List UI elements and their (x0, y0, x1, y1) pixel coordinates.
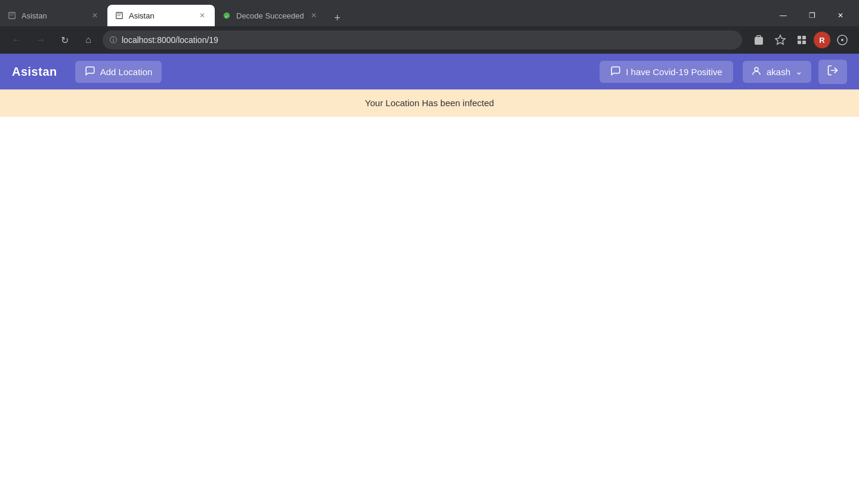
close-button[interactable]: ✕ (827, 5, 854, 26)
toolbar-icons: R (749, 30, 852, 50)
user-icon (751, 66, 762, 78)
logout-button[interactable] (818, 60, 847, 84)
tab3-close[interactable]: ✕ (308, 10, 319, 21)
address-bar: ← → ↻ ⌂ ⓘ localhost:8000/location/19 R (0, 26, 859, 54)
browser-window: Asistan ✕ Asistan ✕ ✓ Decode Succeeded ✕… (0, 0, 859, 504)
covid-chat-icon (610, 66, 621, 78)
extensions-icon[interactable] (749, 30, 768, 50)
minimize-button[interactable]: — (770, 5, 797, 26)
app-navbar: Asistan Add Location I have Covid-19 Pos… (0, 54, 859, 89)
favorites-icon[interactable] (771, 30, 790, 50)
app-body (0, 117, 859, 504)
tab-1[interactable]: Asistan ✕ (0, 5, 107, 26)
svg-rect-9 (798, 36, 801, 39)
user-menu-button[interactable]: akash ⌄ (743, 61, 811, 83)
alert-banner: Your Location Has been infected (0, 89, 859, 117)
url-text: localhost:8000/location/19 (122, 35, 218, 45)
reload-button[interactable]: ↻ (55, 30, 74, 50)
tab-2[interactable]: Asistan ✕ (107, 5, 215, 26)
app-content: Asistan Add Location I have Covid-19 Pos… (0, 54, 859, 504)
app-brand: Asistan (12, 65, 57, 79)
svg-marker-8 (775, 35, 785, 44)
tab2-close[interactable]: ✕ (197, 10, 208, 21)
add-location-label: Add Location (100, 67, 153, 77)
tab-3[interactable]: ✓ Decode Succeeded ✕ (215, 5, 326, 26)
collections-icon[interactable] (792, 30, 811, 50)
maximize-button[interactable]: ❐ (798, 5, 826, 26)
lock-icon: ⓘ (110, 35, 117, 45)
logout-icon (827, 64, 839, 79)
svg-point-13 (841, 39, 843, 41)
covid-button[interactable]: I have Covid-19 Positive (600, 61, 733, 83)
add-tab-button[interactable]: + (329, 10, 345, 26)
svg-text:✓: ✓ (225, 14, 228, 18)
forward-button[interactable]: → (31, 30, 50, 50)
svg-rect-11 (798, 41, 801, 44)
window-controls: — ❐ ✕ (770, 5, 854, 26)
add-location-button[interactable]: Add Location (75, 61, 162, 83)
profile-icon[interactable]: R (814, 32, 830, 48)
tab3-icon: ✓ (222, 11, 231, 20)
svg-point-14 (755, 67, 758, 71)
chevron-down-icon: ⌄ (795, 66, 803, 77)
tab2-icon (115, 11, 124, 20)
svg-rect-12 (802, 41, 806, 44)
settings-icon[interactable] (833, 30, 852, 50)
tab1-icon (7, 11, 17, 20)
user-label: akash (767, 67, 790, 77)
tab3-label: Decode Succeeded (236, 11, 304, 20)
back-button[interactable]: ← (7, 30, 26, 50)
chat-icon (85, 66, 95, 78)
url-bar[interactable]: ⓘ localhost:8000/location/19 (103, 30, 742, 50)
home-button[interactable]: ⌂ (79, 30, 98, 50)
tab2-label: Asistan (129, 11, 192, 20)
svg-rect-10 (802, 36, 806, 39)
tab1-label: Asistan (21, 11, 85, 20)
covid-button-label: I have Covid-19 Positive (626, 67, 722, 77)
alert-message: Your Location Has been infected (365, 98, 494, 108)
tab1-close[interactable]: ✕ (89, 10, 100, 21)
tab-bar: Asistan ✕ Asistan ✕ ✓ Decode Succeeded ✕… (0, 0, 859, 26)
